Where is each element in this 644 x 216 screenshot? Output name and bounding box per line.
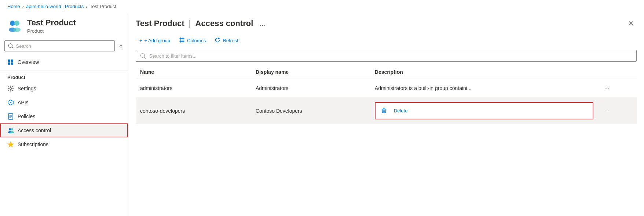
sidebar-item-apis[interactable]: APIs (0, 96, 128, 109)
svg-point-0 (10, 21, 15, 26)
breadcrumb: Home › apim-hello-world | Products › Tes… (0, 0, 644, 13)
sidebar-search-box[interactable] (4, 40, 115, 51)
svg-line-5 (12, 47, 13, 48)
svg-rect-9 (11, 62, 13, 65)
svg-rect-8 (8, 62, 10, 65)
delete-cell: Delete (370, 98, 598, 124)
row-display-name: Contoso Developers (251, 98, 370, 124)
sidebar-item-apis-label: APIs (18, 100, 29, 105)
columns-button[interactable]: Columns (175, 35, 209, 46)
row-actions-cell: ··· (598, 98, 637, 124)
sidebar-search-row: « (0, 37, 128, 55)
sidebar-item-settings-label: Settings (18, 86, 36, 91)
content-header: Test Product | Access control ... ✕ (128, 13, 644, 33)
row-more-button[interactable]: ··· (602, 106, 611, 116)
refresh-button[interactable]: Refresh (211, 35, 243, 46)
row-name: contoso-developers (136, 98, 251, 124)
col-description: Description (370, 65, 598, 79)
sidebar: Test Product Product « (0, 13, 128, 216)
table-row: administrators Administrators Administra… (136, 79, 637, 98)
content-section: Access control (195, 19, 253, 28)
svg-point-20 (10, 131, 14, 133)
col-name: Name (136, 65, 251, 79)
svg-point-17 (9, 128, 11, 130)
sidebar-item-settings[interactable]: Settings (0, 82, 128, 96)
overview-icon (7, 59, 14, 65)
sidebar-item-overview[interactable]: Overview (0, 55, 128, 69)
sidebar-title: Test Product (27, 18, 76, 28)
svg-point-1 (14, 21, 19, 26)
row-name: administrators (136, 79, 251, 98)
sidebar-title-block: Test Product Product (27, 18, 76, 34)
svg-point-18 (11, 128, 13, 130)
search-input[interactable] (16, 43, 112, 49)
svg-rect-6 (8, 60, 10, 62)
svg-rect-7 (11, 60, 13, 62)
data-table: Name Display name Description administra… (128, 65, 644, 216)
sidebar-item-subscriptions[interactable]: Subscriptions (0, 137, 128, 151)
add-group-label: + Add group (144, 38, 170, 43)
close-button[interactable]: ✕ (625, 18, 637, 29)
breadcrumb-current: Test Product (90, 4, 116, 9)
ellipsis-button[interactable]: ... (257, 19, 267, 28)
main-content: Test Product | Access control ... ✕ + + … (128, 13, 644, 216)
filter-search-box[interactable] (136, 50, 637, 62)
row-display-name: Administrators (251, 79, 370, 98)
row-more-button[interactable]: ··· (602, 83, 611, 93)
sidebar-item-policies[interactable]: Policies (0, 109, 128, 123)
svg-point-12 (10, 102, 11, 103)
toolbar: + + Add group Columns (128, 33, 644, 50)
delete-popup: Delete (375, 102, 593, 119)
filter-input-field[interactable] (149, 53, 633, 59)
refresh-icon (215, 37, 220, 44)
delete-button[interactable]: Delete (389, 106, 412, 116)
columns-icon (179, 37, 185, 44)
breadcrumb-home[interactable]: Home (7, 4, 20, 9)
search-icon (8, 43, 14, 49)
filter-search-icon (140, 53, 146, 59)
breadcrumb-products[interactable]: apim-hello-world | Products (26, 4, 84, 9)
svg-point-10 (10, 88, 12, 90)
add-icon: + (139, 38, 142, 43)
product-icon (7, 18, 22, 33)
sidebar-item-access-control-label: Access control (18, 127, 51, 133)
sidebar-item-policies-label: Policies (18, 114, 35, 119)
svg-marker-21 (7, 141, 14, 147)
sidebar-item-subscriptions-label: Subscriptions (18, 141, 48, 147)
sidebar-item-overview-label: Overview (18, 59, 39, 65)
col-actions (598, 65, 637, 79)
trash-icon (381, 107, 387, 115)
access-control-icon (7, 127, 14, 134)
subscriptions-icon (7, 141, 14, 148)
api-icon (7, 99, 14, 106)
row-actions: ··· (602, 83, 632, 93)
columns-label: Columns (187, 38, 206, 43)
row-description: Administrators is a built-in group conta… (370, 79, 598, 98)
row-actions: ··· (602, 106, 632, 116)
content-title: Test Product (136, 19, 184, 28)
svg-point-3 (13, 28, 21, 32)
refresh-label: Refresh (223, 38, 239, 43)
gear-icon (7, 85, 14, 92)
sidebar-item-access-control[interactable]: Access control (0, 123, 128, 137)
svg-line-28 (144, 57, 146, 58)
sidebar-section-label: Product (0, 71, 128, 82)
row-actions-cell: ··· (598, 79, 637, 98)
policies-icon (7, 113, 14, 120)
col-display-name: Display name (251, 65, 370, 79)
filter-bar (128, 50, 644, 65)
sidebar-subtitle: Product (27, 28, 76, 34)
add-group-button[interactable]: + + Add group (136, 36, 174, 46)
table-row: contoso-developers Contoso Developers (136, 98, 637, 124)
collapse-button[interactable]: « (117, 42, 124, 50)
sidebar-header: Test Product Product (0, 13, 128, 37)
